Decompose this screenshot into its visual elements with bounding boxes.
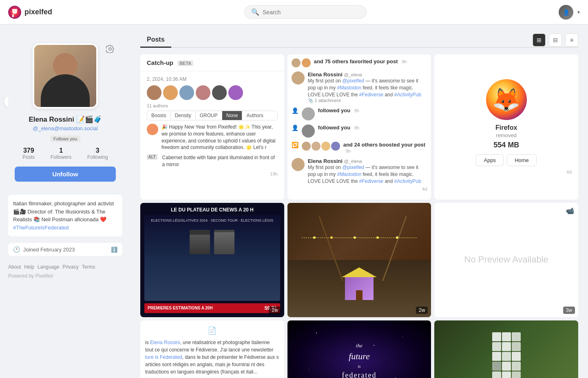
catchup-post-alt: ALT Cabernet bottle with fake plant illu…: [147, 154, 278, 168]
profile-handle[interactable]: @_elena@mastodon.social: [15, 125, 116, 131]
following-count: 3: [87, 147, 108, 154]
user-menu-arrow[interactable]: ▾: [577, 9, 580, 15]
terms-link[interactable]: Terms: [82, 264, 95, 270]
stat-followers: 1 Followers: [51, 147, 71, 160]
elections-title: LE DU PLATEAU DE CNEWS A 20 H: [144, 207, 280, 213]
search-input[interactable]: [263, 9, 360, 16]
lego-block: [492, 342, 501, 351]
no-preview-age: 3w: [563, 307, 575, 314]
text-post-author-link[interactable]: Elena Rossini: [150, 340, 180, 345]
lego-block: [512, 362, 521, 371]
notification-card[interactable]: and 75 others favorited your post 9h Ele…: [287, 54, 431, 200]
no-preview-card[interactable]: 📹 No Preview Available 3w: [434, 203, 578, 317]
topnav-right-section: 👤 ▾: [559, 5, 580, 20]
language-link[interactable]: Language: [38, 264, 59, 270]
notif-boost-avatar-3: [321, 142, 330, 151]
catchup-avatar-6: [228, 85, 243, 100]
future-future: future: [342, 349, 377, 363]
notif-fav-text: and 75 others favorited your post: [314, 58, 398, 64]
notif-post2-content: Elena Rossini @_elena My first post on @…: [308, 158, 427, 191]
catchup-time: 2, 2024, 10:36 AM: [147, 76, 278, 82]
notif-fav-content: and 75 others favorited your post 9h: [314, 58, 427, 64]
search-bar[interactable]: 🔍: [244, 5, 367, 19]
lego-image: [434, 320, 578, 378]
catchup-post-new-year: 🎉 Happy New Year from Pixelfed! 🌟✨ This …: [147, 124, 278, 151]
catchup-header: Catch-up BETA: [140, 54, 284, 71]
bio-hashtag-link[interactable]: #TheFutureIsFederated: [13, 225, 69, 231]
lego-block: [502, 371, 511, 378]
firefox-home-button[interactable]: Home: [507, 154, 537, 166]
posts-tabs-bar: Posts ⊞ ⊟ ≡: [140, 33, 578, 48]
future-text: the future is federated: [342, 342, 377, 378]
room-card[interactable]: 2w: [287, 203, 431, 317]
unfollow-button[interactable]: Unfollow: [15, 167, 116, 182]
text-post-card[interactable]: 📄 is Elena Rossini, une réalisatrice et …: [140, 320, 284, 378]
elections-content: LE DU PLATEAU DE CNEWS A 20 H ELECTIONS …: [140, 203, 284, 317]
settings-icon[interactable]: [104, 43, 116, 55]
search-icon: 🔍: [251, 8, 259, 16]
notif-follow-avatar-1: [302, 107, 315, 120]
catchup-card[interactable]: Catch-up BETA 2, 2024, 10:36 AM 11 autho…: [140, 54, 284, 200]
notif-boost-avatar-2: [312, 142, 321, 151]
sidebar-footer-links: About Help Language Privacy Terms: [8, 264, 122, 270]
stat-posts: 379 Posts: [22, 147, 35, 160]
notif-boost-avatar-1: [302, 142, 311, 151]
alt-badge: ALT: [147, 154, 157, 160]
notif-post-love: LOVE LOVE LOVE the #Fediverse and #Activ…: [308, 91, 427, 98]
notif-post-item-2: Elena Rossini @_elena My first post on @…: [292, 158, 427, 191]
catchup-tab-authors[interactable]: Authors: [242, 111, 267, 120]
room-image: [287, 203, 431, 317]
catchup-tab-group[interactable]: GROUP: [196, 111, 222, 120]
elections-card[interactable]: LE DU PLATEAU DE CNEWS A 20 H ELECTIONS …: [140, 203, 284, 317]
followers-label: Followers: [51, 154, 71, 160]
catchup-tab-boosts[interactable]: Boosts: [147, 111, 171, 120]
notif-post-name: Elena Rossini: [308, 71, 343, 78]
view-grid-large-button[interactable]: ⊞: [533, 33, 546, 47]
text-post-newsletter-link[interactable]: ture is Federated: [145, 354, 182, 360]
catchup-filter-tabs: Boosts Density GROUP None Authors: [147, 111, 278, 120]
lego-block: [492, 352, 501, 361]
stat-following: 3 Following: [87, 147, 108, 160]
joined-info-icon[interactable]: ℹ️: [111, 247, 117, 253]
catchup-tab-none[interactable]: None: [222, 111, 243, 120]
view-list-button[interactable]: ≡: [565, 33, 578, 47]
firefox-apps-button[interactable]: Apps: [476, 154, 504, 166]
view-controls: ⊞ ⊟ ≡: [533, 33, 578, 47]
profile-stats: 379 Posts 1 Followers 3 Following: [15, 147, 116, 160]
tab-posts[interactable]: Posts: [140, 33, 171, 48]
profile-bio: Italian filmmaker, photographer and acti…: [8, 195, 122, 236]
lego-block: [512, 371, 521, 378]
lego-card[interactable]: [434, 320, 578, 378]
notif-post2-name: Elena Rossini: [308, 158, 343, 164]
lego-block: [502, 332, 511, 341]
firefox-card[interactable]: 🦊 Firefox removed 554 MB Apps Home 6d: [434, 54, 578, 200]
user-avatar[interactable]: 👤: [559, 5, 573, 20]
catchup-tab-density[interactable]: Density: [171, 111, 196, 120]
lego-block: [502, 362, 511, 371]
notif-followed-1: 👤 followed you 9h: [292, 107, 427, 120]
privacy-link[interactable]: Privacy: [62, 264, 78, 270]
about-link[interactable]: About: [8, 264, 21, 270]
catchup-beta-badge: BETA: [177, 60, 193, 66]
firefox-size: 554 MB: [493, 141, 519, 149]
app-logo[interactable]: pixelfed: [8, 6, 52, 19]
notif-follow-time-1: 9h: [354, 108, 359, 113]
firefox-icon: 🦊: [486, 79, 527, 120]
help-link[interactable]: Help: [24, 264, 34, 270]
catchup-content: 2, 2024, 10:36 AM 11 authors Boosts Dens…: [140, 71, 284, 181]
notif-fav-avatar-1: [292, 58, 301, 67]
catchup-avatar-5: [212, 85, 227, 100]
text-post-body: is Elena Rossini, une réalisatrice et ph…: [145, 339, 279, 376]
posts-label: Posts: [22, 154, 35, 160]
follow-icon-1: 👤: [292, 107, 298, 114]
app-name: pixelfed: [24, 8, 52, 16]
follows-you-badge: Follows you: [50, 136, 80, 142]
catchup-avatar-1: [147, 85, 161, 100]
clock-icon: 🕐: [13, 246, 20, 253]
profile-avatar-wrap: [15, 43, 116, 110]
notif-follow-text-1: followed you: [318, 107, 350, 113]
view-grid-small-button[interactable]: ⊟: [549, 33, 562, 47]
firefox-buttons: Apps Home: [476, 154, 536, 166]
future-federated-card[interactable]: the future is federated: [287, 320, 431, 378]
catchup-avatars: [147, 85, 278, 100]
